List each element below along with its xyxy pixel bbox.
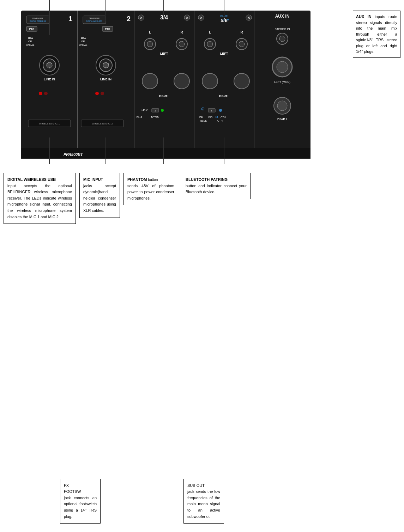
svg-point-42 <box>95 92 99 95</box>
phantom-title: PHANTOM <box>127 177 147 182</box>
phantom-subtitle: button <box>148 178 158 182</box>
svg-point-77 <box>207 41 213 47</box>
svg-text:1: 1 <box>68 15 72 23</box>
svg-text:3/4: 3/4 <box>160 14 168 20</box>
svg-point-59 <box>174 73 189 89</box>
device-panel: BEHRINGER DIGITAL WIRELESS PAD 1 BAL OR … <box>21 11 310 160</box>
bluetooth-box: BLUETOOTH PATRING button and indicator c… <box>182 173 251 199</box>
svg-text:NTOM: NTOM <box>151 116 159 119</box>
svg-text:PPA500BT: PPA500BT <box>64 152 83 157</box>
svg-text:STEREO IN: STEREO IN <box>275 27 290 31</box>
svg-point-23 <box>44 92 48 95</box>
svg-text:R: R <box>180 30 183 34</box>
svg-text:LEFT: LEFT <box>160 52 168 55</box>
svg-text:✕: ✕ <box>140 16 143 20</box>
fx-footsw-box: FX FOOTSW jack connects an optional foot… <box>60 479 101 524</box>
svg-text:R: R <box>240 30 243 34</box>
svg-rect-0 <box>21 11 310 159</box>
svg-text:RIGHT: RIGHT <box>219 94 229 98</box>
svg-text:DIGITAL WIRELESS: DIGITAL WIRELESS <box>30 20 46 22</box>
bottom-section: FX FOOTSW jack connects an optional foot… <box>0 432 404 531</box>
svg-text:5/6: 5/6 <box>221 18 228 23</box>
svg-text:LINE IN: LINE IN <box>44 78 55 81</box>
svg-text:OR: OR <box>28 40 32 43</box>
svg-point-19 <box>51 63 52 64</box>
svg-text:▲: ▲ <box>154 110 156 112</box>
svg-text:ING: ING <box>208 116 212 118</box>
device-panel-svg: BEHRINGER DIGITAL WIRELESS PAD 1 BAL OR … <box>21 11 310 159</box>
svg-text:LEFT: LEFT <box>220 52 228 55</box>
svg-text:✕: ✕ <box>186 16 188 20</box>
svg-text:LINE IN: LINE IN <box>100 78 111 81</box>
svg-text:UNBAL: UNBAL <box>79 44 87 46</box>
svg-text:WIRELESS MIC: 2: WIRELESS MIC: 2 <box>92 122 113 125</box>
svg-point-54 <box>147 41 153 47</box>
svg-text:BEHRINGER: BEHRINGER <box>89 17 100 19</box>
svg-text:2: 2 <box>127 15 131 23</box>
digital-wireless-title: DIGITAL WEIRELESS USB <box>7 177 72 183</box>
svg-text:+48 V: +48 V <box>141 109 148 111</box>
page-wrapper: BEHRINGER DIGITAL WIRELESS PAD 1 BAL OR … <box>0 0 404 531</box>
svg-point-79 <box>239 41 245 47</box>
svg-point-58 <box>142 73 158 89</box>
svg-text:⦿: ⦿ <box>201 107 205 111</box>
aux-in-description-box: AUX IN inputs route stereo signals direc… <box>353 11 400 58</box>
info-boxes-section: DIGITAL WEIRELESS USB input accepts the … <box>0 169 404 227</box>
svg-text:PAI: PAI <box>199 116 203 118</box>
svg-text:WIRELESS MIC: 1: WIRELESS MIC: 1 <box>39 122 60 125</box>
svg-point-38 <box>103 63 104 64</box>
mic-input-title: MIC INPUT <box>83 177 116 183</box>
phantom-box: PHANTOM button sends 48V of phantom powe… <box>123 173 178 205</box>
svg-text:DIGITAL WIRELESS: DIGITAL WIRELESS <box>86 20 103 22</box>
device-image-area: BEHRINGER DIGITAL WIRELESS PAD 1 BAL OR … <box>0 0 404 169</box>
fx-subtitle: FOOTSW <box>64 489 97 495</box>
svg-point-81 <box>202 73 218 89</box>
svg-text:L: L <box>149 30 151 34</box>
svg-text:PAD: PAD <box>105 28 110 30</box>
bluetooth-title: BLUETOOTH PATRING <box>186 177 247 183</box>
digital-wireless-box: DIGITAL WEIRELESS USB input accepts the … <box>4 173 76 224</box>
svg-text:OR: OR <box>81 40 85 43</box>
svg-point-56 <box>179 41 185 47</box>
spacer-area <box>0 227 404 432</box>
fx-title: FX <box>64 483 97 489</box>
svg-text:AUX IN: AUX IN <box>275 14 290 19</box>
svg-point-64 <box>161 109 164 112</box>
phantom-text: sends 48V of phantom power to power cond… <box>127 183 174 202</box>
svg-point-97 <box>279 36 285 42</box>
svg-point-20 <box>49 67 50 68</box>
svg-point-39 <box>107 63 109 64</box>
svg-point-99 <box>277 61 288 73</box>
svg-text:LEFT (MON): LEFT (MON) <box>274 80 290 84</box>
aux-in-text: inputs route stereo signals directly int… <box>356 14 397 54</box>
svg-text:BLUE: BLUE <box>221 14 228 18</box>
svg-text:PAD: PAD <box>29 28 34 30</box>
svg-text:PHA: PHA <box>137 116 143 119</box>
svg-text:UNBAL: UNBAL <box>26 44 34 46</box>
svg-text:✕: ✕ <box>200 16 203 20</box>
svg-text:BAL: BAL <box>28 37 34 39</box>
svg-text:▲: ▲ <box>211 110 213 112</box>
svg-point-87 <box>219 109 222 112</box>
bluetooth-text: button and indicator connect your Blueto… <box>186 183 247 195</box>
sub-out-box: SUB OUT jack sends the low frequencies o… <box>183 479 224 524</box>
svg-text:✕: ✕ <box>247 16 250 20</box>
svg-text:RIGHT: RIGHT <box>159 94 169 98</box>
svg-point-22 <box>39 92 42 95</box>
svg-text:OTH: OTH <box>221 116 226 118</box>
svg-point-102 <box>277 101 287 111</box>
aux-in-title: AUX IN <box>356 14 372 19</box>
svg-text:RIGHT: RIGHT <box>277 117 288 121</box>
svg-point-43 <box>101 92 104 95</box>
mic-input-text: jacks accept dynamic(hand held)or conden… <box>83 183 116 214</box>
mic-input-box: MIC INPUT jacks accept dynamic(hand held… <box>79 173 120 218</box>
svg-point-82 <box>234 73 249 89</box>
digital-wireless-text: input accepts the optional BEHRINGER wir… <box>7 183 72 220</box>
svg-text:OTH: OTH <box>217 120 223 122</box>
svg-point-18 <box>47 63 48 64</box>
svg-text:L: L <box>209 30 211 34</box>
svg-text:BLUE: BLUE <box>200 120 207 122</box>
svg-text:BEHRINGER: BEHRINGER <box>32 17 43 19</box>
svg-point-40 <box>105 67 107 68</box>
svg-text:BAL: BAL <box>81 37 86 39</box>
